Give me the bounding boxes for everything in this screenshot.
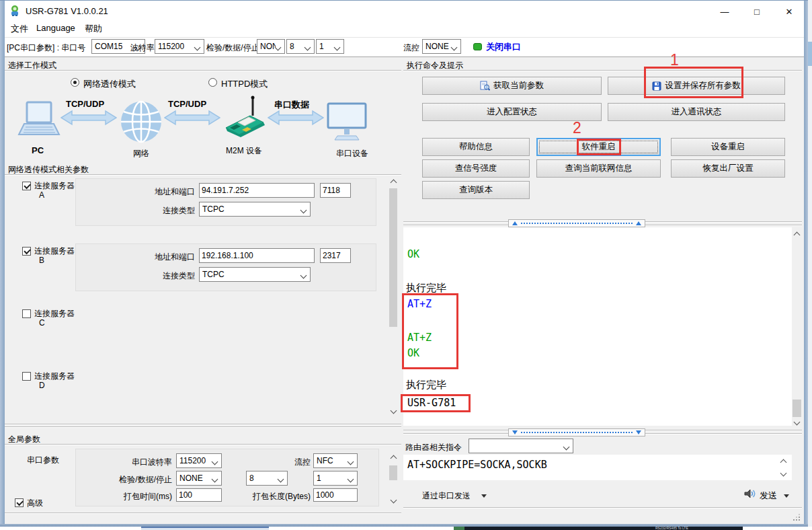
menu-language[interactable]: Language	[36, 23, 75, 33]
databits-select[interactable]: 8	[286, 39, 315, 54]
minimize-button[interactable]: —	[714, 4, 735, 19]
send-button[interactable]: 发送	[760, 490, 777, 502]
app-icon	[9, 5, 21, 17]
close-port-link[interactable]: 关闭串口	[486, 41, 521, 53]
background-laptop-fragment	[141, 527, 269, 530]
collapse-up-icon	[512, 221, 518, 225]
get-params-button[interactable]: 获取当前参数	[422, 77, 602, 95]
divider	[5, 174, 401, 176]
divider	[5, 70, 401, 71]
radio-transparent-mode[interactable]	[71, 78, 79, 87]
scrollbar-down-icon[interactable]	[792, 418, 801, 428]
port-status-icon	[473, 43, 482, 50]
server-a-checkbox[interactable]	[22, 182, 31, 190]
help-info-button[interactable]: 帮助信息	[422, 138, 530, 156]
help-info-label: 帮助信息	[459, 141, 493, 153]
maximize-button[interactable]: □	[746, 4, 768, 19]
packlen-input[interactable]	[313, 488, 358, 502]
resize-grip[interactable]	[799, 519, 800, 521]
m2m-node-label: M2M 设备	[226, 145, 262, 157]
scrollbar-thumb[interactable]	[389, 465, 397, 480]
gbaud-value: 115200	[179, 454, 206, 467]
menu-help[interactable]: 帮助	[85, 23, 102, 35]
stopbits-value: 1	[319, 40, 324, 53]
flow-select[interactable]: NONE	[422, 39, 461, 54]
version-check-button[interactable]: 查询版本	[422, 181, 530, 199]
gstopbits-select[interactable]: 1	[313, 471, 358, 486]
splitter-dots	[521, 223, 633, 224]
collapse-down-icon	[512, 430, 518, 434]
server-d-checkbox[interactable]	[22, 372, 31, 381]
gparity-select[interactable]: NONE	[176, 471, 222, 486]
signal-check-button[interactable]: 查信号强度	[422, 159, 530, 178]
router-command-select[interactable]	[469, 439, 573, 453]
radio-httpd-label: HTTPD模式	[221, 78, 268, 90]
signal-check-label: 查信号强度	[455, 163, 497, 174]
splitter-top-handle[interactable]	[508, 219, 645, 227]
stopbits-select[interactable]: 1	[316, 39, 344, 54]
collapse-up-icon	[636, 221, 641, 225]
server-a-type-value: TCPC	[202, 202, 225, 216]
scrollbar-down-icon[interactable]	[389, 496, 398, 506]
background-pcb-fragment	[454, 527, 464, 530]
background-photo-caption: RS232/RS485 To LTE	[655, 527, 688, 530]
command-text[interactable]: AT+SOCKPIPE=SOCKA,SOCKB	[407, 459, 547, 471]
scrollbar-thumb[interactable]	[793, 400, 801, 417]
server-b-type-select[interactable]: TCPC	[199, 267, 311, 282]
net-info-button[interactable]: 查询当前联网信息	[536, 159, 661, 178]
scrollbar-down-icon[interactable]	[389, 406, 398, 417]
chevron-down-icon	[300, 272, 307, 279]
packtime-label: 打包时间(ms)	[99, 491, 172, 502]
enter-config-label: 进入配置状态	[487, 106, 537, 118]
gbaud-select[interactable]: 115200	[176, 453, 222, 468]
server-b-addr-input[interactable]	[199, 248, 315, 263]
device-restart-button[interactable]: 设备重启	[671, 138, 785, 156]
advanced-checkbox[interactable]	[15, 498, 24, 507]
divider	[5, 426, 401, 428]
radio-httpd-mode[interactable]	[208, 78, 217, 87]
gflow-label: 流控	[274, 457, 311, 468]
chevron-down-icon[interactable]	[481, 494, 487, 498]
divider	[5, 56, 804, 57]
server-b-checkbox[interactable]	[22, 247, 31, 256]
monitor-icon	[327, 102, 367, 141]
scrollbar-down-icon[interactable]	[778, 469, 788, 480]
send-via-button[interactable]: 通过串口发送	[422, 490, 471, 502]
net-node-label: 网络	[133, 148, 149, 159]
parity-select[interactable]: NONE	[257, 39, 285, 54]
enter-comm-button[interactable]: 进入通讯状态	[608, 103, 785, 121]
annotation-1-box	[644, 67, 743, 98]
chevron-down-icon	[212, 459, 218, 465]
server-c-checkbox[interactable]	[22, 309, 31, 318]
factory-reset-button[interactable]: 恢复出厂设置	[671, 159, 785, 178]
splitter-bottom-handle[interactable]	[508, 428, 645, 437]
arrow-icon	[268, 110, 324, 126]
link-pc-net-label: TCP/UDP	[66, 99, 104, 109]
server-a-addr-input[interactable]	[199, 183, 315, 198]
baud-select[interactable]: 115200	[155, 39, 204, 54]
chevron-down-icon	[275, 44, 282, 51]
close-button[interactable]: ✕	[777, 4, 801, 19]
menu-file[interactable]: 文件	[11, 23, 28, 35]
radio-transparent-label: 网络透传模式	[83, 78, 136, 90]
gdatabits-select[interactable]: 8	[246, 471, 288, 486]
gflow-select[interactable]: NFC	[313, 453, 358, 468]
pc-icon	[17, 101, 60, 141]
server-a-port-input[interactable]	[320, 183, 351, 198]
server-a-type-select[interactable]: TCPC	[199, 202, 311, 217]
scrollbar-up-icon[interactable]	[792, 229, 801, 239]
scrollbar-up-icon[interactable]	[389, 176, 398, 187]
scrollbar-up-icon[interactable]	[778, 456, 788, 467]
enter-comm-label: 进入通讯状态	[672, 106, 722, 118]
net-info-label: 查询当前联网信息	[565, 163, 633, 174]
server-b-port-input[interactable]	[320, 248, 351, 263]
enter-config-button[interactable]: 进入配置状态	[422, 103, 602, 121]
factory-reset-label: 恢复出厂设置	[703, 163, 754, 174]
arrow-icon	[164, 110, 220, 126]
chevron-down-icon	[334, 44, 341, 51]
scrollbar-thumb[interactable]	[389, 188, 397, 327]
flow-label: 流控	[403, 42, 419, 54]
chevron-down-icon[interactable]	[784, 494, 789, 498]
scrollbar-up-icon[interactable]	[389, 452, 398, 463]
packtime-input[interactable]	[176, 488, 222, 502]
